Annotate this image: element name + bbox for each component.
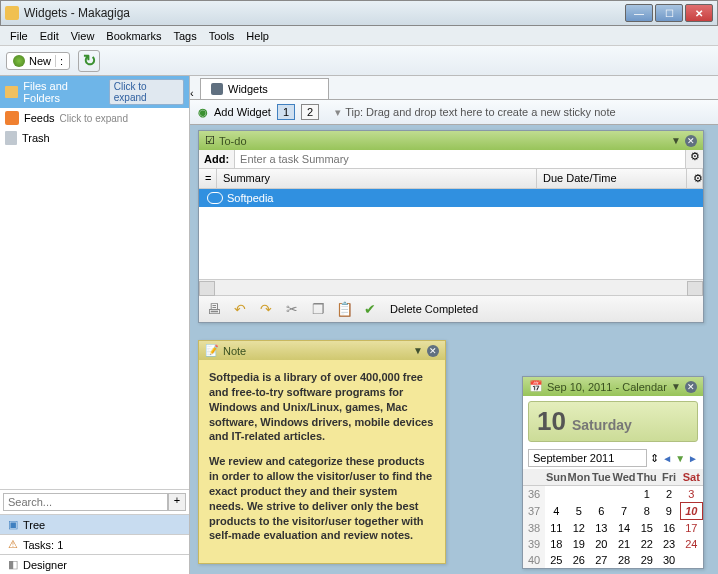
menu-tools[interactable]: Tools — [203, 28, 241, 44]
menu-tags[interactable]: Tags — [167, 28, 202, 44]
menu-help[interactable]: Help — [240, 28, 275, 44]
calendar-day[interactable]: 8 — [636, 503, 658, 520]
todo-column-headers: = Summary Due Date/Time ⚙ — [199, 169, 703, 189]
col-due[interactable]: Due Date/Time — [537, 169, 687, 188]
calendar-day[interactable]: 13 — [590, 520, 612, 537]
calendar-day[interactable]: 7 — [613, 503, 636, 520]
add-widget-button[interactable]: Add Widget — [214, 106, 271, 118]
calendar-day[interactable]: 3 — [680, 486, 702, 503]
menu-bookmarks[interactable]: Bookmarks — [100, 28, 167, 44]
calendar-day[interactable]: 10 — [680, 503, 702, 520]
calendar-day[interactable]: 23 — [658, 536, 680, 552]
calendar-day[interactable]: 6 — [590, 503, 612, 520]
col-check[interactable]: = — [199, 169, 217, 188]
calendar-day[interactable]: 9 — [658, 503, 680, 520]
calendar-day[interactable]: 27 — [590, 552, 612, 568]
todo-row[interactable]: Softpedia — [199, 189, 703, 207]
calendar-day[interactable]: 22 — [636, 536, 658, 552]
calendar-day[interactable]: 15 — [636, 520, 658, 537]
calendar-day[interactable]: 5 — [568, 503, 591, 520]
new-spinner[interactable]: : — [55, 55, 63, 67]
tab-widgets[interactable]: Widgets — [200, 78, 329, 99]
calendar-day[interactable]: 17 — [680, 520, 702, 537]
todo-add-input[interactable] — [235, 150, 685, 168]
close-icon[interactable]: ✕ — [427, 345, 439, 357]
designer-label: Designer — [23, 559, 67, 571]
col-config[interactable]: ⚙ — [687, 169, 703, 188]
calendar-day — [545, 486, 567, 503]
sidebar-files-folders[interactable]: Files and Folders Click to expand — [0, 76, 189, 108]
sidebar-trash[interactable]: Trash — [0, 128, 189, 148]
copy-icon[interactable]: ❐ — [308, 299, 328, 319]
horizontal-scrollbar[interactable] — [199, 279, 703, 295]
page-2-button[interactable]: 2 — [301, 104, 319, 120]
calendar-day[interactable]: 2 — [658, 486, 680, 503]
calendar-day[interactable]: 11 — [545, 520, 567, 537]
menu-file[interactable]: File — [4, 28, 34, 44]
todo-list[interactable]: Softpedia — [199, 189, 703, 279]
calendar-day[interactable]: 28 — [613, 552, 636, 568]
maximize-button[interactable]: ☐ — [655, 4, 683, 22]
sidebar-tab-tasks[interactable]: ⚠ Tasks: 1 — [0, 534, 189, 554]
print-icon[interactable]: 🖶 — [204, 299, 224, 319]
calendar-day[interactable]: 18 — [545, 536, 567, 552]
sidebar-tab-designer[interactable]: ◧ Designer — [0, 554, 189, 574]
today-button[interactable]: ▼ — [675, 453, 685, 464]
calendar-widget[interactable]: 📅 Sep 10, 2011 - Calendar ▼ ✕ 10 Saturda… — [522, 376, 704, 569]
add-config-button[interactable]: ⚙ — [685, 150, 703, 168]
calendar-day[interactable]: 25 — [545, 552, 567, 568]
row-checkbox[interactable] — [207, 192, 223, 204]
calendar-day[interactable]: 24 — [680, 536, 702, 552]
calendar-day[interactable]: 30 — [658, 552, 680, 568]
close-button[interactable]: ✕ — [685, 4, 713, 22]
refresh-button[interactable]: ↻ — [78, 50, 100, 72]
close-icon[interactable]: ✕ — [685, 135, 697, 147]
month-selector[interactable]: September 2011 — [528, 449, 647, 467]
calendar-day[interactable]: 1 — [636, 486, 658, 503]
close-icon[interactable]: ✕ — [685, 381, 697, 393]
menu-view[interactable]: View — [65, 28, 101, 44]
collapse-icon[interactable]: ▼ — [671, 135, 681, 146]
sidebar-tab-tree[interactable]: ▣ Tree — [0, 514, 189, 534]
dow-header: Tue — [590, 469, 612, 486]
new-button[interactable]: New : — [6, 52, 70, 70]
collapse-icon[interactable]: ▼ — [413, 345, 423, 356]
todo-header[interactable]: ☑ To-do ▼ ✕ — [199, 131, 703, 150]
redo-icon[interactable]: ↷ — [256, 299, 276, 319]
expand-button[interactable]: Click to expand — [109, 79, 184, 105]
next-button[interactable]: ► — [688, 453, 698, 464]
delete-completed-button[interactable]: Delete Completed — [390, 303, 478, 315]
paste-icon[interactable]: 📋 — [334, 299, 354, 319]
todo-widget[interactable]: ☑ To-do ▼ ✕ Add: ⚙ = Summary Due Date/Ti… — [198, 130, 704, 323]
sidebar-content — [0, 148, 189, 489]
month-spinner[interactable]: ⇕ — [650, 452, 659, 465]
note-paragraph: We review and categorize these products … — [209, 454, 435, 543]
calendar-day[interactable]: 26 — [568, 552, 591, 568]
prev-button[interactable]: ◄ — [662, 453, 672, 464]
minimize-button[interactable]: — — [625, 4, 653, 22]
calendar-day[interactable]: 29 — [636, 552, 658, 568]
note-header[interactable]: 📝 Note ▼ ✕ — [199, 341, 445, 360]
calendar-day[interactable]: 21 — [613, 536, 636, 552]
cut-icon[interactable]: ✂ — [282, 299, 302, 319]
menu-edit[interactable]: Edit — [34, 28, 65, 44]
search-add-button[interactable]: + — [168, 493, 186, 511]
search-input[interactable] — [3, 493, 168, 511]
calendar-day[interactable]: 20 — [590, 536, 612, 552]
calendar-header[interactable]: 📅 Sep 10, 2011 - Calendar ▼ ✕ — [523, 377, 703, 396]
note-body[interactable]: Softpedia is a library of over 400,000 f… — [199, 360, 445, 563]
calendar-day[interactable]: 16 — [658, 520, 680, 537]
tab-collapse-handle[interactable]: ‹ — [190, 87, 194, 99]
calendar-day[interactable]: 4 — [545, 503, 567, 520]
sidebar-feeds[interactable]: Feeds Click to expand — [0, 108, 189, 128]
calendar-day[interactable]: 19 — [568, 536, 591, 552]
calendar-day[interactable]: 12 — [568, 520, 591, 537]
calendar-day — [590, 486, 612, 503]
undo-icon[interactable]: ↶ — [230, 299, 250, 319]
collapse-icon[interactable]: ▼ — [671, 381, 681, 392]
note-widget[interactable]: 📝 Note ▼ ✕ Softpedia is a library of ove… — [198, 340, 446, 564]
calendar-day[interactable]: 14 — [613, 520, 636, 537]
col-summary[interactable]: Summary — [217, 169, 537, 188]
page-1-button[interactable]: 1 — [277, 104, 295, 120]
main-toolbar: New : ↻ — [0, 46, 718, 76]
